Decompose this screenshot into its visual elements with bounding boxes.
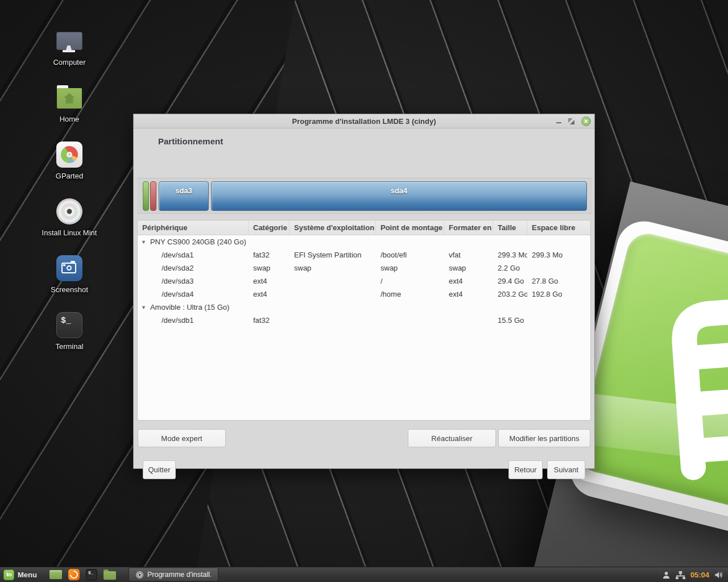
device-cell: /dev/sda2 [138,261,249,275]
desktop-icon-computer[interactable]: Computer [36,27,102,84]
partition-segment-label: sda4 [391,186,408,195]
mount-cell: swap [376,261,444,275]
mint-lm-glyph [654,276,728,492]
device-cell: /dev/sdb1 [138,314,249,327]
mount-cell: /home [376,288,444,301]
desktop-icon-label: Install Linux Mint [42,228,97,237]
mount-cell [376,314,444,327]
next-button[interactable]: Suivant [547,460,585,479]
free-cell: 299.3 Mo [527,248,590,261]
device-cell: /dev/sda3 [138,275,249,288]
column-header-format[interactable]: Formater en [444,221,493,235]
partition-segment-sda1[interactable] [143,181,149,211]
category-cell: swap [249,261,289,275]
format-cell [444,314,493,327]
desktop-icon-label: Computer [53,58,85,66]
format-cell: vfat [444,248,493,261]
partitions-table: Périphérique Catégorie Système d'exploit… [137,220,591,421]
desktop-icon-screenshot[interactable]: Screenshot [36,255,102,311]
files-icon[interactable] [104,571,116,580]
mount-cell: /boot/efi [376,248,444,261]
table-row-sda2[interactable]: /dev/sda2 swap swap swap swap 2.2 Go [138,261,590,275]
size-cell [493,301,527,314]
computer-icon [56,27,83,55]
window-body: Partitionnement sda3 sda4 Périphérique C… [134,128,594,469]
size-cell: 203.2 Go [493,288,527,301]
table-row-disk-group[interactable]: ▼PNY CS900 240GB (240 Go) [138,235,590,248]
mode-expert-button[interactable]: Mode expert [138,429,226,447]
maximize-button[interactable] [568,118,574,124]
table-row-sda3[interactable]: /dev/sda3 ext4 / ext4 29.4 Go 27.8 Go [138,275,590,288]
desktop-icon-label: Terminal [55,342,83,351]
free-cell [527,301,590,314]
taskbar-window-button[interactable]: Programme d'install... [129,568,218,581]
desktop-icon-list: Computer Home GParted Install Linux Mint… [36,27,102,368]
minimize-button[interactable] [556,122,561,123]
size-cell [493,235,527,248]
show-desktop-icon[interactable] [49,570,62,579]
taskbar-launchers [49,569,116,580]
desktop-icon-install-linux-mint[interactable]: Install Linux Mint [36,198,102,255]
desktop-icon-terminal[interactable]: $_ Terminal [36,311,102,368]
size-cell: 29.4 Go [493,275,527,288]
desktop-icon-home[interactable]: Home [36,84,102,141]
table-row-sda4[interactable]: /dev/sda4 ext4 /home ext4 203.2 Go 192.8… [138,288,590,301]
clock[interactable]: 05:04 [690,571,709,579]
table-header-row: Périphérique Catégorie Système d'exploit… [138,221,590,235]
edit-partitions-button[interactable]: Modifier les partitions [498,429,590,447]
format-cell: ext4 [444,288,493,301]
column-header-device[interactable]: Périphérique [138,221,249,235]
menu-button[interactable]: Menu [0,567,42,582]
back-button[interactable]: Retour [508,460,543,479]
partition-segment-sda3[interactable]: sda3 [159,181,209,211]
category-cell: ext4 [249,288,289,301]
table-row-sdb1[interactable]: /dev/sdb1 fat32 15.5 Go [138,314,590,327]
format-cell [444,235,493,248]
format-cell: swap [444,261,493,275]
volume-icon[interactable] [714,571,723,579]
partition-segment-sda4[interactable]: sda4 [211,181,587,211]
column-header-size[interactable]: Taille [493,221,527,235]
device-cell: Amovible : Ultra (15 Go) [150,303,229,311]
category-cell: fat32 [249,248,289,261]
os-cell: swap [289,261,376,275]
os-cell [289,301,376,314]
window-titlebar[interactable]: Programme d'installation LMDE 3 (cindy) … [134,114,594,128]
installer-window: Programme d'installation LMDE 3 (cindy) … [133,114,595,469]
system-tray: 05:04 [662,571,728,579]
refresh-button[interactable]: Réactualiser [408,429,496,447]
window-title: Programme d'installation LMDE 3 (cindy) [134,117,594,126]
mount-cell [376,301,444,314]
os-cell [289,275,376,288]
partition-actions-row: Mode expert Réactualiser Modifier les pa… [137,429,592,447]
expander-icon[interactable]: ▼ [141,305,146,310]
desktop-icon-label: GParted [56,172,83,180]
desktop-icon-gparted[interactable]: GParted [36,141,102,198]
firefox-icon[interactable] [68,569,80,580]
partition-segment-sda2[interactable] [150,181,156,211]
column-header-mountpoint[interactable]: Point de montage [376,221,444,235]
install-cd-icon [56,198,83,225]
expander-icon[interactable]: ▼ [141,239,146,245]
mint-menu-icon [3,569,14,580]
user-icon[interactable] [662,571,671,579]
category-cell: fat32 [249,314,289,327]
terminal-launcher-icon[interactable] [86,569,97,580]
close-button[interactable]: ✕ [581,117,591,126]
os-cell: EFI System Partition [289,248,376,261]
table-row-removable-group[interactable]: ▼Amovible : Ultra (15 Go) [138,301,590,314]
device-cell: PNY CS900 240GB (240 Go) [150,238,246,246]
network-icon[interactable] [676,571,685,579]
desktop-icon-label: Home [60,115,80,123]
quit-button[interactable]: Quitter [143,460,176,479]
column-header-os[interactable]: Système d'exploitation [289,221,376,235]
column-header-category[interactable]: Catégorie [249,221,289,235]
format-cell [444,301,493,314]
column-header-freespace[interactable]: Espace libre [527,221,590,235]
device-cell: /dev/sda4 [138,288,249,301]
table-row-sda1[interactable]: /dev/sda1 fat32 EFI System Partition /bo… [138,248,590,261]
size-cell: 299.3 Mo [493,248,527,261]
os-cell [289,235,376,248]
free-cell: 192.8 Go [527,288,590,301]
menu-label: Menu [18,571,37,579]
